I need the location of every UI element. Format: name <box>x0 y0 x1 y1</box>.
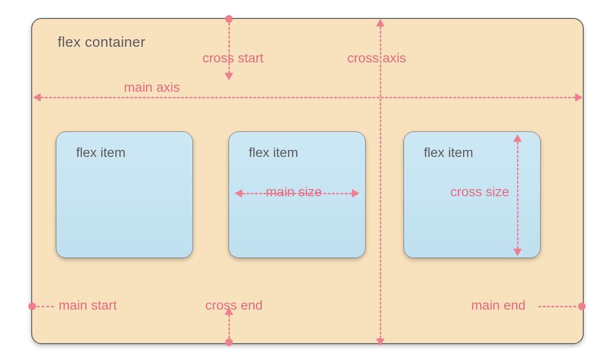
main-start-line <box>37 306 54 307</box>
main-start-dot-icon <box>28 303 36 310</box>
main-axis-label: main axis <box>124 80 180 95</box>
main-axis-arrow-left-icon <box>33 93 41 102</box>
flex-item-3-label: flex item <box>424 145 473 160</box>
flex-item-1: flex item <box>56 131 193 258</box>
main-end-label: main end <box>471 298 526 313</box>
cross-end-label: cross end <box>205 298 263 313</box>
cross-size-line <box>517 142 518 249</box>
main-end-dot-icon <box>578 303 586 310</box>
cross-start-arrow-down-icon <box>225 73 233 80</box>
cross-axis-arrow-down-icon <box>376 338 385 346</box>
cross-end-dot-icon <box>225 338 233 346</box>
main-size-arrow-right-icon <box>352 189 360 198</box>
cross-start-dot-icon <box>225 15 233 23</box>
cross-size-arrow-up-icon <box>513 134 522 142</box>
main-size-arrow-left-icon <box>235 189 242 198</box>
flex-container-label: flex container <box>58 34 145 50</box>
flex-item-2-label: flex item <box>249 145 298 160</box>
cross-start-label: cross start <box>202 51 263 66</box>
cross-size-arrow-down-icon <box>513 249 522 256</box>
main-end-line <box>538 306 576 307</box>
cross-size-label: cross size <box>450 184 509 199</box>
cross-axis-line <box>380 26 381 338</box>
cross-axis-label: cross axis <box>347 51 406 66</box>
main-start-label: main start <box>59 298 117 313</box>
cross-end-line <box>228 315 230 338</box>
flex-item-1-label: flex item <box>76 145 125 160</box>
cross-axis-arrow-up-icon <box>376 19 385 26</box>
cross-start-line <box>228 23 230 74</box>
main-size-label: main size <box>266 184 322 199</box>
main-axis-arrow-right-icon <box>575 93 583 102</box>
main-axis-line <box>41 97 575 98</box>
diagram-stage: flex container flex item flex item flex … <box>0 0 614 364</box>
